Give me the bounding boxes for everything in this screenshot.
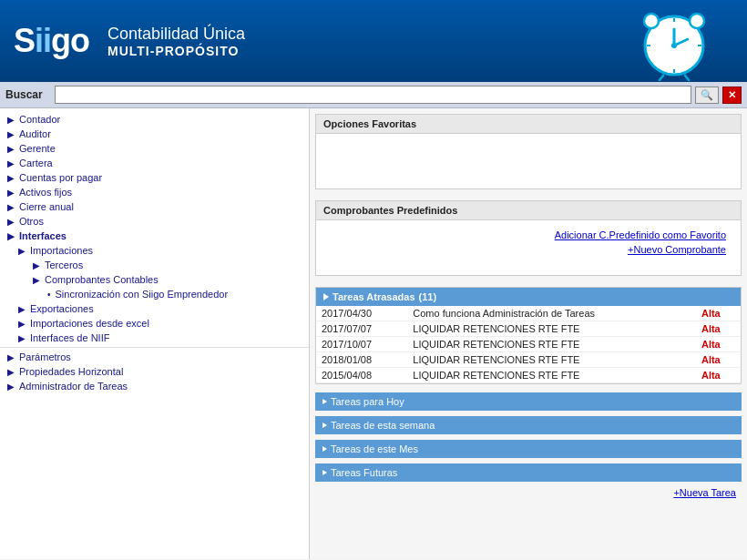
logo-text: Siigo [14,25,89,57]
table-row: 2017/07/07 LIQUIDAR RETENCIONES RTE FTE … [316,321,741,337]
opciones-favoritas-header: Opciones Favoritas [316,115,741,134]
svg-line-4 [685,76,689,80]
task-date: 2017/10/07 [316,337,407,352]
arrow-icon: ▶ [7,367,15,377]
nuevo-comprobante-link[interactable]: +Nuevo Comprobante [323,242,733,257]
sidebar: ▶ Contador ▶ Auditor ▶ Gerente ▶ Cartera… [0,108,310,559]
table-row: 2018/01/08 LIQUIDAR RETENCIONES RTE FTE … [316,352,741,368]
triangle-icon [323,293,329,300]
task-date: 2017/07/07 [316,321,407,337]
task-date: 2017/04/30 [316,306,407,321]
sidebar-item-importaciones[interactable]: ▶ Importaciones [0,243,309,258]
search-input[interactable] [55,86,691,104]
tareas-atrasadas-title: Tareas Atrasadas [333,291,415,302]
sidebar-item-comprobantes-contables[interactable]: ▶ Comprobantes Contables [0,272,309,287]
task-priority: Alta [696,321,741,337]
sidebar-item-importaciones-excel[interactable]: ▶ Importaciones desde excel [0,316,309,331]
opciones-favoritas-body [316,134,741,188]
arrow-icon: ▶ [7,202,15,212]
svg-point-1 [644,14,659,28]
task-date: 2018/01/08 [316,352,407,368]
tareas-hoy-section[interactable]: Tareas para Hoy [315,392,742,411]
sidebar-item-cuentas-pagar[interactable]: ▶ Cuentas por pagar [0,170,309,185]
tareas-table: 2017/04/30 Como funciona Administración … [316,306,741,383]
adicionar-predefinido-link[interactable]: Adicionar C.Predefinido como Favorito [323,228,733,242]
comprobantes-box: Comprobantes Predefinidos Adicionar C.Pr… [315,200,742,276]
sidebar-item-otros[interactable]: ▶ Otros [0,214,309,229]
arrow-icon: ▶ [7,115,15,125]
triangle-icon [322,399,327,404]
tareas-atrasadas-header[interactable]: Tareas Atrasadas (11) [316,288,741,306]
task-date: 2015/04/08 [316,368,407,383]
arrow-icon: ▶ [18,246,26,256]
sidebar-item-interfaces-niif[interactable]: ▶ Interfaces de NIIF [0,331,309,345]
arrow-icon: ▶ [7,144,15,154]
table-row: 2015/04/08 LIQUIDAR RETENCIONES RTE FTE … [316,368,741,383]
main-layout: ▶ Contador ▶ Auditor ▶ Gerente ▶ Cartera… [0,108,747,559]
tareas-futuras-section[interactable]: Tareas Futuras [315,463,742,482]
right-panel: Opciones Favoritas Comprobantes Predefin… [310,108,747,559]
table-row: 2017/04/30 Como funciona Administración … [316,306,741,321]
logo-container: Siigo [14,25,89,57]
search-button[interactable]: 🔍 [695,87,719,104]
svg-point-7 [671,43,677,48]
arrow-icon: ▶ [7,382,15,392]
tareas-atrasadas-box: Tareas Atrasadas (11) 2017/04/30 Como fu… [315,287,742,384]
search-label: Buscar [5,88,51,101]
task-priority: Alta [696,337,741,352]
sidebar-item-terceros[interactable]: ▶ Terceros [0,258,309,272]
arrow-icon: ▶ [33,260,40,270]
arrow-icon: ▶ [7,352,15,362]
arrow-icon: ▶ [18,319,26,329]
tareas-atrasadas-count: (11) [419,291,437,302]
svg-line-3 [660,76,663,80]
task-priority: Alta [696,352,741,368]
sidebar-item-exportaciones[interactable]: ▶ Exportaciones [0,301,309,316]
tareas-mes-section[interactable]: Tareas de este Mes [315,440,742,458]
triangle-icon [322,470,327,475]
sidebar-item-administrador-tareas[interactable]: ▶ Administrador de Tareas [0,379,309,393]
opciones-favoritas-box: Opciones Favoritas [315,114,742,189]
sidebar-item-interfaces[interactable]: ▶ Interfaces [0,229,309,243]
header-line1: Contabilidad Única [107,25,245,44]
bullet-icon: • [47,290,51,300]
clock-graphic [629,0,720,87]
comprobantes-body: Adicionar C.Predefinido como Favorito +N… [316,220,741,275]
triangle-icon [322,446,327,452]
task-desc: Como funciona Administración de Tareas [407,306,696,321]
task-desc: LIQUIDAR RETENCIONES RTE FTE [407,337,696,352]
sidebar-item-sincronizacion[interactable]: • Sincronización con Siigo Emprendedor [0,287,309,301]
task-desc: LIQUIDAR RETENCIONES RTE FTE [407,321,696,337]
sidebar-item-activos-fijos[interactable]: ▶ Activos fijos [0,185,309,199]
sidebar-item-auditor[interactable]: ▶ Auditor [0,127,309,141]
sidebar-item-gerente[interactable]: ▶ Gerente [0,141,309,156]
sidebar-divider [0,347,309,348]
app-header: Siigo Contabilidad Única MULTI-PROPÓSITO [0,0,747,82]
triangle-icon [322,423,327,428]
task-priority: Alta [696,368,741,383]
header-subtitle: Contabilidad Única MULTI-PROPÓSITO [107,25,245,58]
sidebar-item-cartera[interactable]: ▶ Cartera [0,156,309,170]
arrow-icon: ▶ [7,173,15,183]
arrow-icon: ▶ [7,129,15,139]
nueva-tarea-link[interactable]: +Nueva Tarea [310,484,747,501]
table-row: 2017/10/07 LIQUIDAR RETENCIONES RTE FTE … [316,337,741,352]
arrow-icon: ▶ [18,304,26,314]
sidebar-item-cierre-anual[interactable]: ▶ Cierre anual [0,199,309,214]
search-clear-button[interactable]: ✕ [722,87,742,104]
comprobantes-header: Comprobantes Predefinidos [316,201,741,220]
header-line2: MULTI-PROPÓSITO [107,44,245,58]
arrow-icon: ▶ [7,158,15,168]
arrow-icon: ▶ [33,275,40,285]
task-desc: LIQUIDAR RETENCIONES RTE FTE [407,368,696,383]
arrow-icon: ▶ [18,333,26,343]
sidebar-item-parametros[interactable]: ▶ Parámetros [0,350,309,364]
arrow-icon: ▶ [7,217,15,227]
sidebar-item-contador[interactable]: ▶ Contador [0,112,309,127]
arrow-icon: ▶ [7,188,15,198]
svg-point-2 [690,14,704,28]
task-priority: Alta [696,306,741,321]
tareas-semana-section[interactable]: Tareas de esta semana [315,416,742,434]
task-desc: LIQUIDAR RETENCIONES RTE FTE [407,352,696,368]
sidebar-item-propiedades[interactable]: ▶ Propiedades Horizontal [0,364,309,379]
